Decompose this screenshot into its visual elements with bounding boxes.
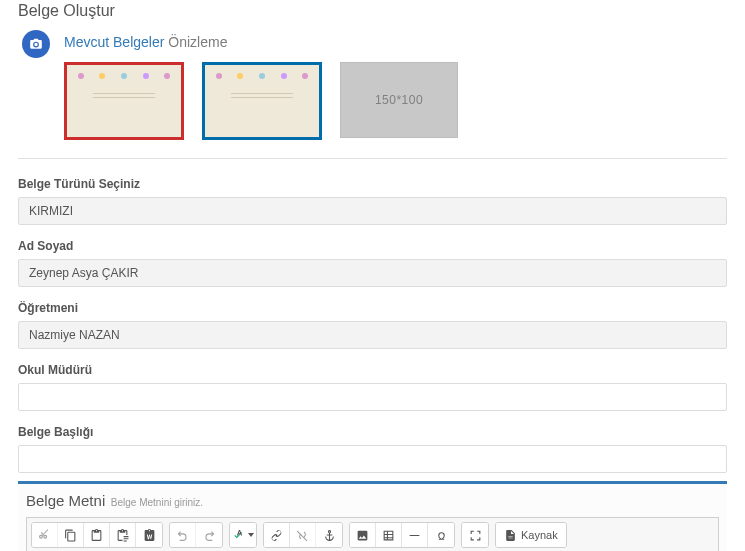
label-name: Ad Soyad — [18, 239, 727, 253]
preview-section: Mevcut Belgeler Önizleme 150*100 — [18, 30, 727, 159]
template-placeholder[interactable]: 150*100 — [340, 62, 458, 138]
unlink-icon[interactable] — [290, 523, 316, 547]
label-teacher: Öğretmeni — [18, 301, 727, 315]
image-icon[interactable] — [350, 523, 376, 547]
template-blue[interactable] — [202, 62, 322, 140]
editor-section: Belge Metni Belge Metnini giriniz. — [18, 481, 727, 551]
source-label: Kaynak — [521, 529, 558, 541]
template-red[interactable] — [64, 62, 184, 140]
label-doc-title: Belge Başlığı — [18, 425, 727, 439]
editor-title: Belge Metni — [26, 492, 105, 509]
table-icon[interactable] — [376, 523, 402, 547]
label-principal: Okul Müdürü — [18, 363, 727, 377]
paste-icon[interactable] — [84, 523, 110, 547]
paste-text-icon[interactable] — [110, 523, 136, 547]
editor-toolbar: Kaynak — [26, 517, 719, 551]
editor-hint: Belge Metnini giriniz. — [111, 497, 203, 508]
maximize-icon[interactable] — [462, 523, 488, 547]
spellcheck-icon[interactable] — [230, 523, 256, 547]
omega-icon[interactable] — [428, 523, 454, 547]
existing-docs-link[interactable]: Mevcut Belgeler — [64, 34, 164, 50]
label-doc-type: Belge Türünü Seçiniz — [18, 177, 727, 191]
page-title: Belge Oluştur — [18, 0, 727, 30]
input-principal[interactable] — [18, 383, 727, 411]
redo-icon[interactable] — [196, 523, 222, 547]
preview-heading: Mevcut Belgeler Önizleme — [64, 34, 727, 50]
cut-icon[interactable] — [32, 523, 58, 547]
copy-icon[interactable] — [58, 523, 84, 547]
paste-word-icon[interactable] — [136, 523, 162, 547]
anchor-icon[interactable] — [316, 523, 342, 547]
hr-icon[interactable] — [402, 523, 428, 547]
source-button[interactable]: Kaynak — [496, 523, 566, 547]
camera-icon — [22, 30, 50, 58]
undo-icon[interactable] — [170, 523, 196, 547]
link-icon[interactable] — [264, 523, 290, 547]
input-doc-title[interactable] — [18, 445, 727, 473]
input-name[interactable] — [18, 259, 727, 287]
input-teacher[interactable] — [18, 321, 727, 349]
preview-label: Önizleme — [168, 34, 227, 50]
select-doc-type[interactable] — [18, 197, 727, 225]
